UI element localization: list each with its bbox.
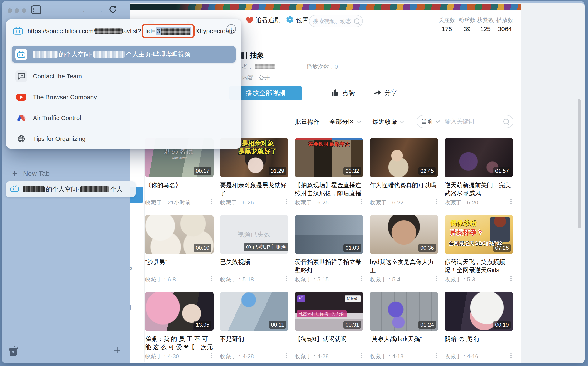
- more-menu-icon[interactable]: [511, 353, 512, 354]
- speech-bubble-icon: [15, 70, 27, 82]
- video-thumbnail[interactable]: 01:03: [295, 215, 363, 254]
- video-card: 01:57 逆天萌新提前关门，完美武器尽显威风 收藏于：6-20: [445, 138, 513, 208]
- more-menu-icon[interactable]: [436, 353, 437, 354]
- more-menu-icon[interactable]: [436, 276, 437, 277]
- video-card: 00:11 不是哥们 收藏于：4-28: [220, 292, 288, 362]
- censored-uid: [95, 28, 122, 34]
- globe-icon: [15, 135, 27, 143]
- keyword-search[interactable]: 当前 输入关键词: [417, 115, 513, 128]
- video-title[interactable]: 【抽象现场】霍金直播连续肘击汉尼拔，随后直播间被封: [295, 181, 363, 198]
- site-info-button[interactable]: i: [226, 24, 236, 34]
- more-menu-icon[interactable]: [511, 276, 512, 277]
- suggestion-tips-organizing[interactable]: Tips for Organizing: [12, 131, 236, 146]
- video-thumbnail[interactable]: 00:10: [145, 215, 214, 254]
- browser-window: 5 4 追番追剧 设置 搜索视频、动态 关注数 175 粉丝数 39 获赞数 1…: [2, 1, 585, 363]
- window-zoom-button[interactable]: [22, 8, 26, 13]
- share-button[interactable]: 分享: [373, 88, 397, 98]
- censored-fid: [161, 28, 190, 35]
- video-card: 00:19 阴暗 の 爬 行 收藏于：4-16: [445, 292, 513, 362]
- video-thumbnail[interactable]: 13:05: [145, 292, 214, 331]
- duration-badge: 00:32: [343, 167, 361, 175]
- more-menu-icon[interactable]: [211, 353, 212, 354]
- video-title[interactable]: 雀巢：我 的 员 工 不 可 能 这 么 可 爱 ❤【二次元爆改: [145, 335, 214, 352]
- library-icon[interactable]: [8, 346, 19, 358]
- video-thumbnail[interactable]: 00:11: [220, 292, 288, 331]
- video-thumbnail-invalid[interactable]: 视频已失效 i 已被UP主删除: [220, 215, 288, 254]
- video-thumbnail[interactable]: 00:19: [445, 292, 513, 331]
- video-title[interactable]: 【街霸6】就喝就喝: [295, 335, 363, 343]
- video-thumbnail[interactable]: 01:24: [370, 292, 438, 331]
- stat-following[interactable]: 关注数 175: [435, 16, 458, 32]
- suggestion-current-tab[interactable]: 的个人空间- 个人主页-哔哩哔哩视频: [12, 46, 236, 62]
- video-title[interactable]: byd我这室友是真像大力王: [370, 258, 438, 274]
- video-thumbnail[interactable]: 霍金铁肘,致敬牢大 00:32: [295, 138, 363, 177]
- more-menu-icon[interactable]: [361, 199, 362, 200]
- suggestion-air-traffic-control[interactable]: Air Traffic Control: [12, 110, 236, 125]
- video-title[interactable]: “黄泉大战dark天鹅”: [370, 335, 438, 343]
- gear-icon: [286, 16, 294, 25]
- batch-action-button[interactable]: 批量操作: [295, 118, 320, 126]
- suggestion-browser-company[interactable]: The Browser Company: [12, 90, 236, 105]
- space-search-input[interactable]: 搜索视频、动态: [309, 15, 363, 27]
- more-menu-icon[interactable]: [286, 353, 287, 354]
- url-bar[interactable]: https://space.bilibili.com/favlist?fid=3…: [13, 24, 223, 38]
- scope-dropdown[interactable]: 当前: [421, 118, 433, 125]
- fid-annotation-box: fid=3: [142, 24, 195, 38]
- video-title[interactable]: “沙县男”: [145, 258, 214, 266]
- like-button[interactable]: 点赞: [331, 88, 355, 98]
- video-title[interactable]: 不是哥们: [220, 335, 288, 343]
- active-tab[interactable]: 的个人空间· 个人...: [6, 181, 136, 197]
- video-title[interactable]: 阴暗 の 爬 行: [445, 335, 513, 343]
- censored-name: [23, 186, 45, 192]
- stat-plays[interactable]: 播放数 3064: [493, 16, 516, 32]
- video-card: 偶像炒粉 芹菜怀孕？ 全网最逆天GBC解析02 07:28 假药满天飞，笑点频频…: [445, 215, 513, 285]
- more-menu-icon[interactable]: [286, 276, 287, 277]
- omnibox-dropdown: https://space.bilibili.com/favlist?fid=3…: [6, 19, 241, 149]
- divider: [442, 117, 442, 126]
- video-thumbnail[interactable]: 偶像炒粉 芹菜怀孕？ 全网最逆天GBC解析02 07:28: [445, 215, 513, 254]
- sort-dropdown[interactable]: 最近收藏: [372, 118, 402, 126]
- reload-button[interactable]: [108, 5, 117, 14]
- page-scrollbar[interactable]: [578, 99, 581, 229]
- forward-button[interactable]: →: [95, 6, 103, 14]
- video-title[interactable]: 逆天萌新提前关门，完美武器尽显威风: [445, 181, 513, 197]
- video-title[interactable]: 《你的马名》: [145, 181, 214, 189]
- video-thumbnail[interactable]: 经 哈拉硕! 死杰米我让你喝，打死你 00:31: [295, 292, 363, 331]
- new-tab-button[interactable]: + New Tab: [12, 169, 50, 178]
- saved-date: 收藏于：4-28: [220, 353, 254, 359]
- stat-likes[interactable]: 获赞数 125: [475, 16, 496, 32]
- partial-glyph: [241, 52, 244, 59]
- bangumi-link[interactable]: 追番追剧: [246, 16, 281, 24]
- share-label: 分享: [385, 89, 397, 97]
- more-menu-icon[interactable]: [211, 276, 212, 277]
- video-title[interactable]: 爱音拍素世拍祥子拍立希壁咚灯: [295, 258, 363, 274]
- video-title[interactable]: 假药满天飞，笑点频频爆！全网最逆天Girls Band Cry解析: [445, 258, 513, 275]
- settings-link[interactable]: 设置: [286, 16, 309, 25]
- back-button[interactable]: ←: [81, 6, 89, 14]
- more-menu-icon[interactable]: [511, 199, 512, 200]
- video-thumbnail[interactable]: 01:57: [445, 138, 513, 177]
- video-thumbnail[interactable]: 02:45: [370, 138, 438, 177]
- selected-fid-value[interactable]: 3: [155, 27, 191, 35]
- window-close-button[interactable]: [8, 8, 12, 13]
- more-menu-icon[interactable]: [361, 276, 362, 277]
- more-menu-icon[interactable]: [436, 199, 437, 200]
- video-title[interactable]: 已失效视频: [220, 258, 288, 266]
- suggestion-contact-team[interactable]: Contact the Team: [12, 69, 236, 84]
- more-menu-icon[interactable]: [361, 353, 362, 354]
- new-item-plus-icon[interactable]: +: [114, 344, 121, 356]
- fid-label: fid=: [145, 28, 155, 35]
- saved-date: 收藏于：4-30: [145, 353, 179, 359]
- video-title[interactable]: 要是相亲对象是黑龙就好了: [220, 181, 288, 197]
- category-dropdown[interactable]: 全部分区: [329, 118, 359, 126]
- window-minimize-button[interactable]: [15, 8, 19, 13]
- video-card: 经 哈拉硕! 死杰米我让你喝，打死你 00:31 【街霸6】就喝就喝 收藏于：4…: [295, 292, 363, 362]
- sidebar-toggle-icon[interactable]: [31, 5, 41, 14]
- stat-followers[interactable]: 粉丝数 39: [457, 16, 478, 32]
- more-menu-icon[interactable]: [211, 199, 212, 200]
- video-card: 00:36 byd我这室友是真像大力王 收藏于：5-4: [370, 215, 438, 285]
- video-thumbnail[interactable]: 00:36: [370, 215, 438, 254]
- more-menu-icon[interactable]: [286, 199, 287, 200]
- folder-count: 5: [130, 264, 132, 271]
- video-title[interactable]: 作为怪猎代餐真的可以吗: [370, 181, 438, 189]
